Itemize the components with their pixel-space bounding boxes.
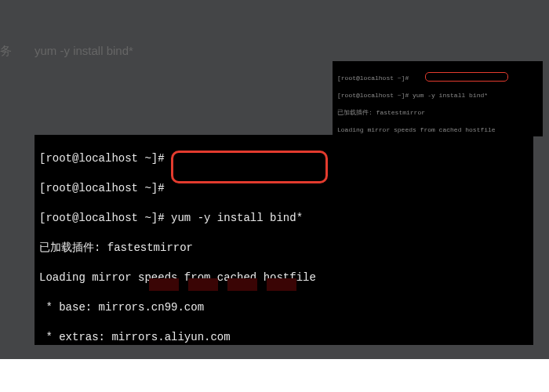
- terminal-window[interactable]: [root@localhost ~]# [root@localhost ~]# …: [35, 135, 533, 345]
- thumb-line: [root@localhost ~]#: [337, 74, 538, 82]
- progress-blocks: [149, 278, 306, 294]
- terminal-line-command: [root@localhost ~]# yum -y install bind*: [39, 211, 529, 226]
- thumb-line: 已加载插件: fastestmirror: [337, 108, 538, 117]
- page-bottom-blank: [0, 359, 549, 392]
- terminal-line: * base: mirrors.cn99.com: [39, 300, 529, 315]
- terminal-line: [root@localhost ~]#: [39, 181, 529, 196]
- thumb-line: Loading mirror speeds from cached hostfi…: [337, 125, 538, 134]
- terminal-line: [root@localhost ~]#: [39, 151, 529, 166]
- terminal-thumbnail: [root@localhost ~]# [root@localhost ~]# …: [333, 61, 543, 136]
- page-label-fragment: 务: [0, 44, 12, 59]
- thumb-line: [root@localhost ~]# yum -y install bind*: [337, 91, 538, 100]
- page-command-text: yum -y install bind*: [35, 44, 133, 57]
- terminal-line: * extras: mirrors.aliyun.com: [39, 330, 529, 345]
- terminal-line: 已加载插件: fastestmirror: [39, 241, 529, 256]
